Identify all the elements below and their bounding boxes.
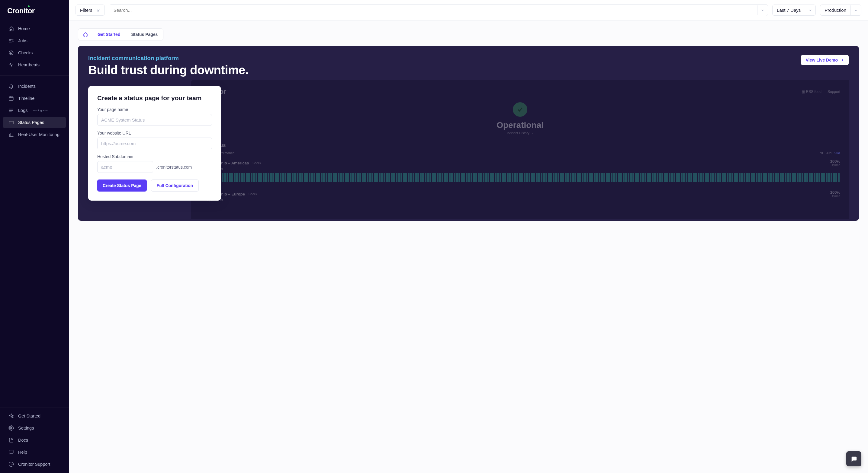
- preview-row-tag: Check: [249, 193, 257, 196]
- hero-panel: Incident communication platform Build tr…: [78, 46, 859, 221]
- brand-dot-icon: [28, 5, 30, 7]
- sidebar-item-docs[interactable]: Docs: [3, 434, 66, 446]
- sidebar-item-timeline[interactable]: Timeline: [3, 93, 66, 104]
- filters-label: Filters: [80, 7, 92, 13]
- search-input[interactable]: [109, 4, 757, 16]
- sidebar-item-label: Incidents: [18, 84, 36, 89]
- svg-point-4: [10, 428, 12, 429]
- date-range-value: Last 7 Days: [773, 5, 805, 15]
- preview-rss-link: ▦RSS feed: [802, 90, 822, 94]
- environment-select[interactable]: Production: [820, 4, 861, 16]
- window-icon: [8, 120, 14, 125]
- sidebar-item-support[interactable]: CS Cronitor Support: [3, 459, 66, 470]
- help-icon: [8, 449, 14, 455]
- sidebar: Cronitor Home Jobs Checks: [0, 0, 69, 473]
- topbar: Filters Last 7 Days Production: [69, 0, 868, 21]
- sidebar-item-label: Heartbeats: [18, 62, 39, 67]
- sidebar-item-rum[interactable]: Real-User Monitoring: [3, 129, 66, 140]
- sidebar-item-label: Checks: [18, 50, 33, 55]
- sidebar-item-label: Status Pages: [18, 120, 44, 125]
- calendar-icon: [8, 96, 14, 101]
- sidebar-item-checks[interactable]: Checks: [3, 47, 66, 59]
- sidebar-item-heartbeats[interactable]: Heartbeats: [3, 59, 66, 71]
- sidebar-item-logs[interactable]: Logs coming soon: [3, 105, 66, 116]
- date-range-select[interactable]: Last 7 Days: [772, 4, 816, 16]
- sidebar-item-label: Jobs: [18, 38, 28, 43]
- main-area: Filters Last 7 Days Production: [69, 0, 868, 473]
- subdomain-suffix: .cronitorstatus.com: [156, 165, 192, 170]
- coming-soon-badge: coming soon: [33, 109, 48, 112]
- hero-eyebrow: Incident communication platform: [88, 55, 248, 62]
- preview-range-7d: 7d: [819, 151, 823, 155]
- preview-support-link: Support: [828, 90, 840, 94]
- sidebar-item-label: Logs: [18, 108, 28, 113]
- view-demo-button[interactable]: View Live Demo: [801, 55, 849, 65]
- heartbeat-icon: [8, 62, 14, 68]
- svg-point-0: [9, 51, 13, 55]
- svg-rect-2: [9, 97, 13, 100]
- sidebar-item-label: Help: [18, 450, 27, 454]
- arrow-right-icon: [840, 58, 844, 62]
- chart-icon: [8, 132, 14, 137]
- doc-icon: [8, 437, 14, 443]
- breadcrumb-get-started[interactable]: Get Started: [92, 29, 126, 40]
- brand-logo: Cronitor: [0, 0, 69, 21]
- sidebar-item-get-started[interactable]: Get Started: [3, 410, 66, 422]
- preview-uptime-bar: [207, 173, 840, 182]
- sidebar-item-help[interactable]: Help: [3, 446, 66, 458]
- svg-text:CS: CS: [10, 463, 13, 466]
- support-icon: CS: [8, 462, 14, 467]
- website-url-input[interactable]: [97, 138, 212, 149]
- svg-point-1: [10, 52, 12, 54]
- operational-check-icon: [513, 102, 527, 117]
- form-title: Create a status page for your team: [97, 94, 212, 102]
- preview-range-90d: 90d: [835, 151, 840, 155]
- sidebar-item-label: Get Started: [18, 413, 40, 418]
- search-box[interactable]: [109, 4, 768, 16]
- home-icon: [83, 32, 88, 37]
- preview-operational-title: Operational: [200, 121, 840, 130]
- sidebar-item-label: Settings: [18, 426, 34, 431]
- chat-fab[interactable]: [846, 451, 861, 466]
- create-status-page-button[interactable]: Create Status Page: [97, 179, 147, 192]
- sidebar-item-label: Cronitor Support: [18, 462, 50, 467]
- preview-status-row: Cronitor.io – Americas Check 100% Uptime…: [200, 159, 840, 182]
- preview-live-status-title: Live Status: [200, 143, 840, 148]
- preview-row-status: Operational: [207, 167, 840, 171]
- page-name-input[interactable]: [97, 114, 212, 126]
- filter-icon: [96, 8, 100, 12]
- chat-icon: [850, 455, 857, 462]
- hero-headline: Build trust during downtime.: [88, 63, 248, 77]
- website-url-label: Your website URL: [97, 131, 212, 135]
- sidebar-item-incidents[interactable]: Incidents: [3, 80, 66, 92]
- preview-row-tag: Check: [252, 161, 261, 165]
- checks-icon: [8, 50, 14, 56]
- preview-row-pct: 100%: [830, 159, 840, 164]
- sidebar-item-label: Home: [18, 26, 30, 31]
- subdomain-input[interactable]: [97, 161, 153, 173]
- status-page-preview: Cronitor ▦RSS feed Support Operational: [191, 80, 849, 219]
- sidebar-item-home[interactable]: Home: [3, 23, 66, 34]
- preview-row-pct: 100%: [830, 190, 840, 195]
- jobs-icon: [8, 38, 14, 43]
- home-icon: [8, 26, 14, 31]
- sidebar-item-label: Real-User Monitoring: [18, 132, 60, 137]
- breadcrumb: Get Started Status Pages: [78, 28, 163, 40]
- logs-icon: [8, 108, 14, 113]
- sidebar-item-label: Timeline: [18, 96, 34, 101]
- preview-status-row: Cronitor.io – Europe Check 100% Uptime O…: [200, 190, 840, 202]
- sidebar-item-jobs[interactable]: Jobs: [3, 35, 66, 46]
- sidebar-item-settings[interactable]: Settings: [3, 422, 66, 434]
- chevron-down-icon: [805, 5, 815, 15]
- preview-row-up: Uptime: [830, 195, 840, 198]
- subdomain-label: Hosted Subdomain: [97, 154, 212, 159]
- create-status-page-card: Create a status page for your team Your …: [88, 86, 221, 201]
- full-configuration-button[interactable]: Full Configuration: [151, 179, 199, 192]
- filters-button[interactable]: Filters: [75, 4, 105, 16]
- sparkle-icon: [8, 413, 14, 419]
- sidebar-item-status-pages[interactable]: Status Pages: [3, 117, 66, 128]
- chevron-down-icon[interactable]: [757, 5, 768, 15]
- preview-row-up: Uptime: [830, 164, 840, 167]
- chevron-down-icon: [850, 5, 861, 15]
- gear-icon: [8, 425, 14, 431]
